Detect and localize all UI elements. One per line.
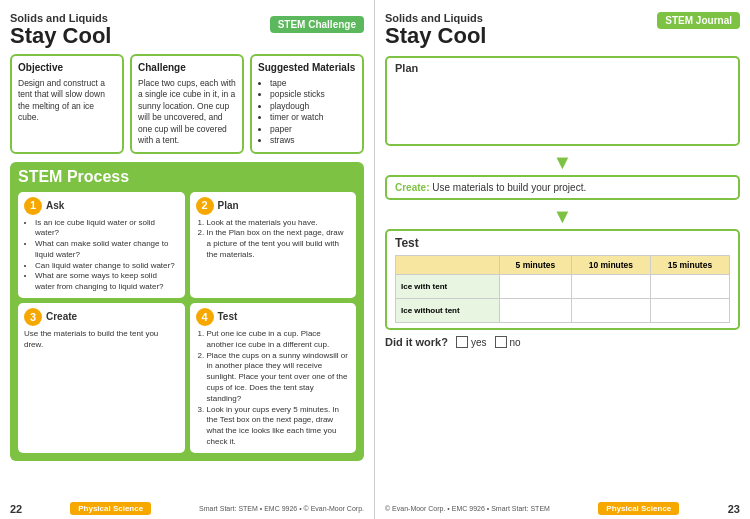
left-page: Solids and Liquids Stay Cool STEM Challe… — [0, 0, 375, 519]
stem-journal-badge: STEM Journal — [657, 12, 740, 29]
yes-label: yes — [471, 337, 487, 348]
right-subject-badge: Physical Science — [598, 502, 679, 515]
list-item: Put one ice cube in a cup. Place another… — [207, 329, 351, 351]
list-item: straws — [270, 135, 356, 146]
stem-challenge-badge: STEM Challenge — [270, 16, 364, 33]
ask-number: 1 — [24, 197, 42, 215]
left-title-block: Solids and Liquids Stay Cool — [10, 12, 111, 48]
row-label-with-tent: Ice with tent — [396, 275, 500, 299]
did-it-work-label: Did it work? — [385, 336, 448, 348]
plan-title: Plan — [218, 199, 239, 213]
cell-with-tent-5 — [500, 275, 572, 299]
table-row: Ice with tent — [396, 275, 730, 299]
create-header: 3 Create — [24, 308, 179, 326]
list-item: What can make solid water change to liqu… — [35, 239, 179, 261]
create-description: Use materials to build your project. — [432, 182, 586, 193]
test-title: Test — [218, 310, 238, 324]
list-item: What are some ways to keep solid water f… — [35, 271, 179, 293]
ask-list: Is an ice cube liquid water or solid wat… — [24, 218, 179, 294]
test-header: 4 Test — [196, 308, 351, 326]
list-item: tape — [270, 78, 356, 89]
yes-checkbox[interactable] — [456, 336, 468, 348]
list-item: Can liquid water change to solid water? — [35, 261, 179, 272]
table-col-5min: 5 minutes — [500, 256, 572, 275]
ask-box: 1 Ask Is an ice cube liquid water or sol… — [18, 192, 185, 299]
yes-option[interactable]: yes — [456, 336, 487, 348]
process-grid: 1 Ask Is an ice cube liquid water or sol… — [18, 192, 356, 453]
objective-box: Objective Design and construct a tent th… — [10, 54, 124, 153]
stem-process-section: STEM Process 1 Ask Is an ice cube liquid… — [10, 162, 364, 461]
create-section: Create: Use materials to build your proj… — [385, 175, 740, 200]
plan-section-label: Plan — [395, 62, 418, 74]
list-item: Place the cups on a sunny windowsill or … — [207, 351, 351, 405]
create-number: 3 — [24, 308, 42, 326]
right-title-large: Stay Cool — [385, 24, 486, 48]
test-number: 4 — [196, 308, 214, 326]
arrow-down-icon-2: ▼ — [385, 206, 740, 226]
table-col-15min: 15 minutes — [650, 256, 729, 275]
table-col-10min: 10 minutes — [571, 256, 650, 275]
left-title-large: Stay Cool — [10, 24, 111, 48]
create-box: 3 Create Use the materials to build the … — [18, 303, 185, 453]
plan-header: 2 Plan — [196, 197, 351, 215]
left-footer: 22 Physical Science Smart Start: STEM • … — [0, 502, 374, 515]
test-section-title: Test — [395, 236, 730, 250]
plan-area: Plan — [385, 56, 740, 146]
right-footer-text: © Evan-Moor Corp. • EMC 9926 • Smart Sta… — [385, 505, 550, 512]
stem-process-title: STEM Process — [18, 168, 356, 186]
did-it-work-section: Did it work? yes no — [385, 336, 740, 348]
list-item: Is an ice cube liquid water or solid wat… — [35, 218, 179, 240]
list-item: popsicle sticks — [270, 89, 356, 100]
no-option[interactable]: no — [495, 336, 521, 348]
objective-title: Objective — [18, 61, 116, 75]
create-title: Create — [46, 310, 77, 324]
right-page-number: 23 — [728, 503, 740, 515]
test-box: 4 Test Put one ice cube in a cup. Place … — [190, 303, 357, 453]
create-label: Create: — [395, 182, 429, 193]
test-section: Test 5 minutes 10 minutes 15 minutes Ice… — [385, 229, 740, 330]
cell-without-tent-10 — [571, 299, 650, 323]
list-item: paper — [270, 124, 356, 135]
cell-without-tent-15 — [650, 299, 729, 323]
test-table: 5 minutes 10 minutes 15 minutes Ice with… — [395, 255, 730, 323]
info-boxes-row: Objective Design and construct a tent th… — [10, 54, 364, 153]
cell-with-tent-10 — [571, 275, 650, 299]
plan-number: 2 — [196, 197, 214, 215]
list-item: timer or watch — [270, 112, 356, 123]
table-col-empty — [396, 256, 500, 275]
create-text: Use the materials to build the tent you … — [24, 329, 179, 351]
list-item: In the Plan box on the next page, draw a… — [207, 228, 351, 260]
cell-with-tent-15 — [650, 275, 729, 299]
right-header: Solids and Liquids Stay Cool STEM Journa… — [385, 12, 740, 48]
arrow-down-icon: ▼ — [385, 152, 740, 172]
left-page-number: 22 — [10, 503, 22, 515]
ask-header: 1 Ask — [24, 197, 179, 215]
right-footer: © Evan-Moor Corp. • EMC 9926 • Smart Sta… — [375, 502, 750, 515]
cell-without-tent-5 — [500, 299, 572, 323]
no-label: no — [510, 337, 521, 348]
materials-title: Suggested Materials — [258, 61, 356, 75]
table-row: Ice without tent — [396, 299, 730, 323]
left-footer-text: Smart Start: STEM • EMC 9926 • © Evan-Mo… — [199, 505, 364, 512]
challenge-title: Challenge — [138, 61, 236, 75]
ask-title: Ask — [46, 199, 64, 213]
test-list: Put one ice cube in a cup. Place another… — [196, 329, 351, 448]
right-page: Solids and Liquids Stay Cool STEM Journa… — [375, 0, 750, 519]
plan-list: Look at the materials you have. In the P… — [196, 218, 351, 261]
list-item: Look at the materials you have. — [207, 218, 351, 229]
challenge-box: Challenge Place two cups, each with a si… — [130, 54, 244, 153]
challenge-text: Place two cups, each with a single ice c… — [138, 78, 236, 147]
no-checkbox[interactable] — [495, 336, 507, 348]
materials-box: Suggested Materials tape popsicle sticks… — [250, 54, 364, 153]
list-item: Look in your cups every 5 minutes. In th… — [207, 405, 351, 448]
list-item: playdough — [270, 101, 356, 112]
objective-text: Design and construct a tent that will sl… — [18, 78, 116, 124]
table-header-row: 5 minutes 10 minutes 15 minutes — [396, 256, 730, 275]
right-title-block: Solids and Liquids Stay Cool — [385, 12, 486, 48]
row-label-without-tent: Ice without tent — [396, 299, 500, 323]
materials-list: tape popsicle sticks playdough timer or … — [258, 78, 356, 147]
left-subject-badge: Physical Science — [70, 502, 151, 515]
left-header: Solids and Liquids Stay Cool STEM Challe… — [10, 12, 364, 48]
plan-box: 2 Plan Look at the materials you have. I… — [190, 192, 357, 299]
